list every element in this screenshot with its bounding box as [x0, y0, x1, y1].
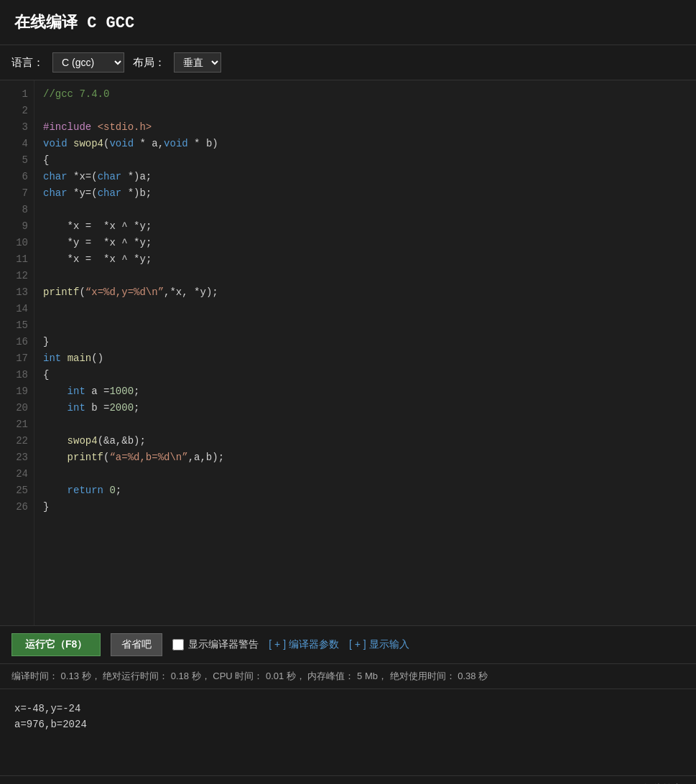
output-line-1: x=-48,y=-24	[14, 701, 682, 717]
language-select[interactable]: C (gcc) C++ (gcc)	[52, 52, 124, 73]
save-button[interactable]: 省省吧	[111, 633, 162, 656]
page-title: 在线编译 C GCC	[14, 11, 682, 33]
show-input-link[interactable]: [ + ] 显示输入	[349, 638, 409, 651]
run-button[interactable]: 运行它（F8）	[11, 633, 101, 656]
warning-checkbox[interactable]	[172, 639, 184, 650]
layout-select[interactable]: 垂直 水平	[174, 52, 221, 73]
code-editor[interactable]: //gcc 7.4.0 #include <stdio.h> void swop…	[34, 80, 696, 625]
output-line-2: a=976,b=2024	[14, 717, 682, 732]
output-text: x=-48,y=-24 a=976,b=2024	[14, 701, 682, 733]
line-numbers: 12345 678910 1112131415 1617181920 21222…	[0, 80, 34, 625]
warning-label: 显示编译器警告	[188, 638, 259, 651]
compiler-params-link[interactable]: [ + ] 编译器参数	[269, 638, 339, 651]
footer: CSDN @沉缘铭尘	[0, 775, 696, 784]
header: 在线编译 C GCC	[0, 0, 696, 45]
stats-text: 编译时间： 0.13 秒， 绝对运行时间： 0.18 秒， CPU 时间： 0.…	[11, 671, 488, 681]
language-label: 语言：	[11, 56, 44, 70]
toolbar: 语言： C (gcc) C++ (gcc) 布局： 垂直 水平	[0, 45, 696, 80]
editor-container: 12345 678910 1112131415 1617181920 21222…	[0, 80, 696, 626]
output-area: x=-48,y=-24 a=976,b=2024	[0, 689, 696, 775]
stats-bar: 编译时间： 0.13 秒， 绝对运行时间： 0.18 秒， CPU 时间： 0.…	[0, 664, 696, 689]
bottom-bar: 运行它（F8） 省省吧 显示编译器警告 [ + ] 编译器参数 [ + ] 显示…	[0, 626, 696, 664]
warning-checkbox-label[interactable]: 显示编译器警告	[172, 638, 259, 651]
layout-label: 布局：	[133, 56, 165, 70]
